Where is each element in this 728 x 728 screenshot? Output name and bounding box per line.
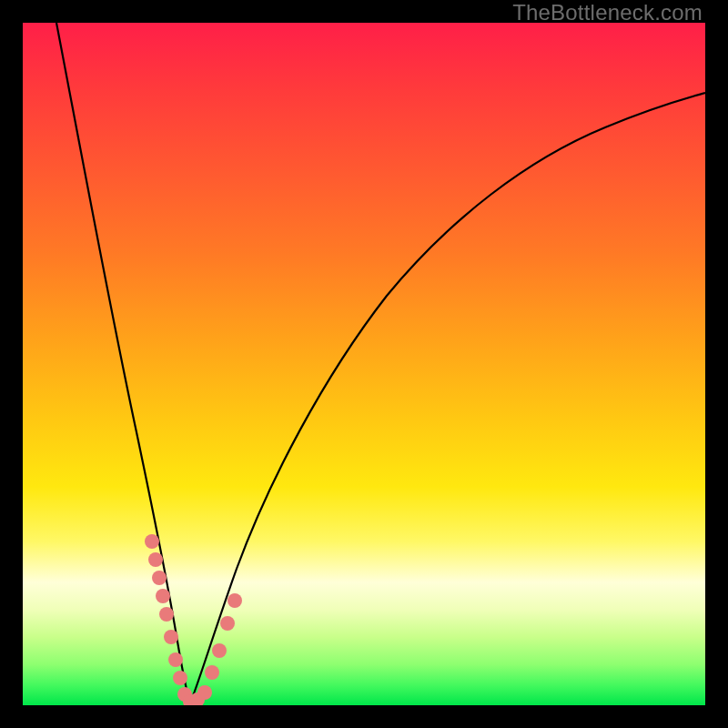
svg-point-0 [145, 534, 159, 549]
svg-point-6 [168, 652, 183, 667]
left-curve [56, 23, 190, 703]
plot-curves [23, 23, 705, 705]
watermark-text: TheBottleneck.com [512, 0, 703, 25]
svg-point-4 [159, 607, 174, 622]
plot-frame [23, 23, 705, 705]
svg-point-11 [197, 685, 212, 700]
svg-point-2 [152, 571, 167, 585]
marker-cluster-left [145, 534, 187, 685]
svg-point-1 [148, 552, 163, 567]
svg-point-13 [212, 643, 227, 658]
right-curve [190, 93, 705, 703]
svg-point-3 [156, 589, 170, 603]
svg-point-14 [220, 616, 235, 631]
svg-point-7 [173, 671, 187, 685]
svg-point-5 [164, 630, 178, 644]
svg-point-15 [228, 593, 242, 608]
svg-point-12 [205, 665, 219, 680]
